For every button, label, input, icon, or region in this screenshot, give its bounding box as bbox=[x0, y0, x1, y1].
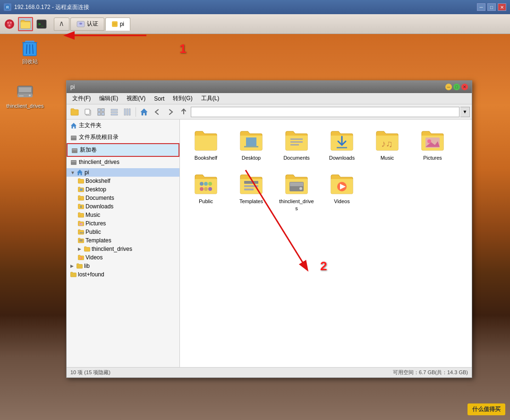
menu-tools[interactable]: 工具(L) bbox=[197, 94, 223, 103]
tree-lib-label: lib bbox=[84, 263, 90, 269]
file-name-pictures: Pictures bbox=[423, 154, 442, 161]
file-name-templates: Templates bbox=[239, 198, 263, 205]
file-name-bookshelf: Bookshelf bbox=[195, 154, 217, 161]
titlebar-controls: ─ □ ✕ bbox=[477, 3, 506, 11]
tree-pi[interactable]: ▼ pi bbox=[67, 168, 179, 177]
svg-rect-70 bbox=[244, 181, 258, 184]
tree-desktop[interactable]: Desktop bbox=[67, 185, 179, 194]
file-bookshelf[interactable]: Bookshelf bbox=[186, 125, 226, 164]
svg-rect-41 bbox=[72, 148, 77, 153]
sidebar-newvol[interactable]: 新加卷 bbox=[67, 143, 179, 157]
svg-point-6 bbox=[8, 25, 10, 26]
menu-file[interactable]: 文件(F) bbox=[68, 94, 94, 103]
file-icon-downloads bbox=[330, 128, 354, 153]
toolbar-view1[interactable] bbox=[95, 106, 107, 118]
file-videos[interactable]: Videos bbox=[322, 169, 362, 214]
menu-goto[interactable]: 转到(G) bbox=[169, 94, 196, 103]
toolbar-back[interactable] bbox=[151, 106, 163, 118]
file-desktop[interactable]: Desktop bbox=[231, 125, 272, 164]
svg-rect-71 bbox=[244, 185, 258, 187]
tree-pictures[interactable]: Pictures bbox=[67, 219, 179, 228]
toolbar-new-folder[interactable] bbox=[68, 106, 81, 118]
svg-rect-55 bbox=[246, 137, 256, 146]
file-icon-desktop bbox=[239, 128, 264, 153]
svg-rect-34 bbox=[111, 111, 118, 113]
toolbar-home[interactable] bbox=[138, 106, 150, 118]
folder-icon-taskbar[interactable] bbox=[18, 17, 33, 31]
menu-sort[interactable]: Sort bbox=[150, 94, 168, 103]
fm-minimize[interactable]: ─ bbox=[445, 84, 452, 90]
address-dropdown[interactable]: ▼ bbox=[460, 107, 470, 117]
file-icon-public bbox=[194, 171, 218, 196]
sidebar-filesystem[interactable]: 文件系统根目录 bbox=[67, 131, 179, 143]
close-button[interactable]: ✕ bbox=[498, 3, 506, 11]
svg-rect-39 bbox=[71, 136, 76, 140]
file-public[interactable]: Public bbox=[186, 169, 226, 214]
file-documents[interactable]: Documents bbox=[276, 125, 317, 164]
svg-point-64 bbox=[200, 182, 204, 186]
file-templates[interactable]: Templates bbox=[231, 169, 272, 214]
toolbar-view3[interactable] bbox=[121, 106, 134, 118]
tree-videos-label: Videos bbox=[85, 254, 102, 261]
tree-bookshelf[interactable]: Bookshelf bbox=[67, 177, 179, 185]
svg-rect-38 bbox=[129, 109, 130, 115]
sidebar-home-label: 主文件夹 bbox=[79, 121, 102, 129]
file-icon-pictures bbox=[420, 128, 445, 153]
minimize-button[interactable]: ─ bbox=[477, 3, 485, 11]
tab-auth[interactable]: 认证 bbox=[70, 17, 104, 31]
file-music[interactable]: ♪♫ Music bbox=[367, 125, 408, 164]
tree-pi-label: pi bbox=[85, 169, 89, 176]
desktop: R 192.168.0.172 - 远程桌面连接 ─ □ ✕ bbox=[0, 0, 510, 420]
svg-point-66 bbox=[208, 182, 212, 186]
svg-rect-36 bbox=[124, 109, 126, 115]
maximize-button[interactable]: □ bbox=[487, 3, 496, 11]
file-pictures[interactable]: Pictures bbox=[412, 125, 453, 164]
tree-desktop-label: Desktop bbox=[85, 186, 106, 193]
fm-close[interactable]: ✕ bbox=[461, 84, 468, 90]
sidebar-filesystem-label: 文件系统根目录 bbox=[79, 133, 119, 141]
toolbar-up[interactable] bbox=[178, 106, 190, 118]
fm-menubar: 文件(F) 编辑(E) 视图(V) Sort 转到(G) 工具(L) bbox=[67, 93, 472, 104]
address-bar[interactable]: /home/pi bbox=[191, 107, 459, 117]
recycle-bin-icon[interactable]: 回收站 bbox=[13, 38, 46, 65]
file-thinclient[interactable]: thinclient_drives bbox=[276, 169, 317, 214]
tree-music[interactable]: ♪ Music bbox=[67, 211, 179, 219]
raspberry-icon[interactable] bbox=[2, 17, 17, 31]
file-downloads[interactable]: Downloads bbox=[322, 125, 362, 164]
file-name-desktop: Desktop bbox=[242, 154, 261, 161]
svg-rect-37 bbox=[127, 109, 128, 115]
svg-rect-30 bbox=[102, 109, 104, 111]
fm-content: 主文件夹 文件系统根目录 新加卷 thinclient_drives bbox=[67, 120, 472, 367]
toolbar-view2[interactable] bbox=[108, 106, 120, 118]
svg-rect-60 bbox=[337, 147, 347, 148]
sidebar-thinclient[interactable]: thinclient_drives bbox=[67, 157, 179, 167]
svg-text:♪♫: ♪♫ bbox=[381, 138, 393, 149]
tree-downloads-label: Downloads bbox=[85, 203, 113, 210]
thinclient-drives-icon[interactable]: thinclient_drives bbox=[8, 83, 42, 109]
svg-rect-45 bbox=[80, 189, 83, 191]
tab-pi[interactable]: pi bbox=[105, 17, 130, 31]
tree-videos[interactable]: Videos bbox=[67, 253, 179, 262]
tree-arrow-thinc: ▶ bbox=[78, 247, 83, 251]
svg-line-18 bbox=[33, 44, 33, 54]
tree-thinclient-drives[interactable]: ▶ thinclient_drives bbox=[67, 245, 179, 253]
svg-rect-12 bbox=[113, 23, 117, 26]
terminal-icon-taskbar[interactable]: >_ bbox=[34, 17, 49, 31]
toolbar-forward[interactable] bbox=[164, 106, 177, 118]
tree-documents[interactable]: ≡ Documents bbox=[67, 194, 179, 202]
tree-templates[interactable]: Templates bbox=[67, 236, 179, 245]
toolbar-copy[interactable] bbox=[82, 106, 94, 118]
menu-view[interactable]: 视图(V) bbox=[123, 94, 149, 103]
svg-rect-29 bbox=[98, 109, 101, 111]
file-icon-documents bbox=[284, 128, 309, 153]
tree-downloads[interactable]: Downloads bbox=[67, 202, 179, 211]
tree-lostfound[interactable]: lost+found bbox=[67, 270, 179, 279]
fm-maximize[interactable]: □ bbox=[453, 84, 460, 90]
sidebar-home[interactable]: 主文件夹 bbox=[67, 120, 179, 131]
file-name-documents: Documents bbox=[283, 154, 310, 161]
tree-public[interactable]: ●●● Public bbox=[67, 228, 179, 236]
tree-lib[interactable]: ▶ lib bbox=[67, 262, 179, 270]
tab-backslash[interactable]: /\ bbox=[54, 17, 69, 31]
menu-edit[interactable]: 编辑(E) bbox=[95, 94, 122, 103]
tree-pictures-label: Pictures bbox=[85, 220, 106, 227]
